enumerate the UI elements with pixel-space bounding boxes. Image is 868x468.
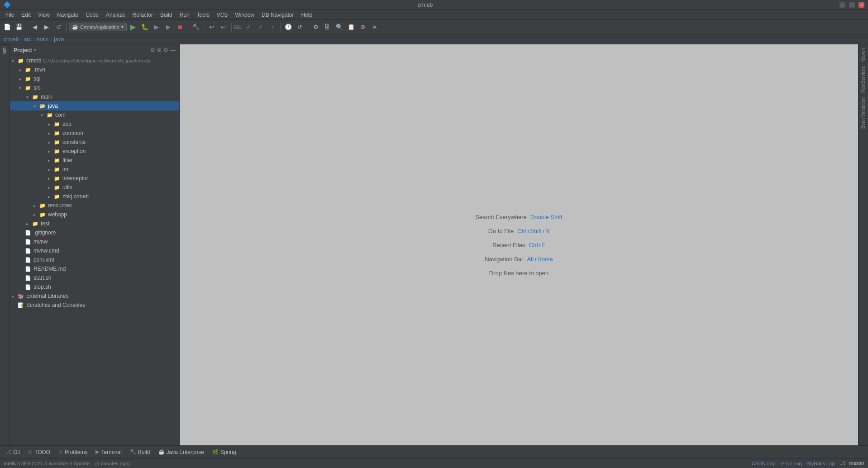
tree-item-interceptor[interactable]: ▸ 📁 interceptor bbox=[10, 174, 179, 183]
tree-item-pom[interactable]: 📄 pom.xml bbox=[10, 255, 179, 264]
tree-item-resources[interactable]: ▸ 📁 resources bbox=[10, 201, 179, 210]
new-file-button[interactable]: 📄 bbox=[2, 22, 13, 33]
save-button[interactable]: 💾 bbox=[14, 22, 24, 33]
accessibility-button[interactable]: ⊘ bbox=[358, 22, 368, 33]
tree-item-common[interactable]: ▸ 📁 common bbox=[10, 129, 179, 138]
spring-tool-item[interactable]: 🌿 Spring bbox=[209, 447, 240, 458]
tree-item-src[interactable]: ▾ 📁 src bbox=[10, 83, 179, 92]
build-tool-item[interactable]: 🔨 Build bbox=[126, 447, 154, 458]
tree-item-constants[interactable]: ▸ 📁 constants bbox=[10, 138, 179, 147]
tree-item-crmeb[interactable]: ▾ 📁 crmeb C:\Users\mzc\Desktop\crmeb\crm… bbox=[10, 56, 179, 65]
search-button[interactable]: 🔍 bbox=[334, 22, 345, 33]
tree-item-aop[interactable]: ▸ 📁 aop bbox=[10, 119, 179, 129]
hint-recent-key: Ctrl+E bbox=[529, 242, 545, 248]
project-settings-icon[interactable]: ⚙ bbox=[163, 47, 168, 53]
tree-item-java[interactable]: ▾ 📂 java bbox=[10, 101, 179, 110]
tree-item-start-sh[interactable]: 📄 start.sh bbox=[10, 273, 179, 282]
csdn-log-link[interactable]: CSDN-Log bbox=[752, 461, 776, 466]
undo-button[interactable]: ↩ bbox=[206, 22, 217, 33]
menu-item-tools[interactable]: Tools bbox=[193, 11, 213, 19]
tree-item-webapp[interactable]: ▸ 📁 webapp bbox=[10, 210, 179, 219]
mybatis-log-link[interactable]: MyBatis Log bbox=[807, 461, 835, 466]
history-button[interactable]: 🕐 bbox=[283, 22, 294, 33]
tree-item-com[interactable]: ▾ 📁 com bbox=[10, 110, 179, 119]
db-button[interactable]: 🗄 bbox=[322, 22, 333, 33]
tasks-button[interactable]: 📋 bbox=[346, 22, 357, 33]
breadcrumb-java[interactable]: java bbox=[54, 36, 64, 43]
run-config-selector[interactable]: ☕ CrmebApplication ▾ bbox=[69, 23, 127, 31]
minimize-button[interactable]: ─ bbox=[839, 2, 845, 8]
label-scratches: Scratches and Consoles bbox=[26, 302, 85, 308]
menu-item-vcs[interactable]: VCS bbox=[213, 11, 232, 19]
arrow-main: ▾ bbox=[26, 95, 32, 100]
menu-item-build[interactable]: Build bbox=[157, 11, 176, 19]
problems-tool-item[interactable]: ⚠ Problems bbox=[55, 447, 91, 458]
menu-item-analyze[interactable]: Analyze bbox=[102, 11, 129, 19]
tree-item-utils[interactable]: ▸ 📁 utils bbox=[10, 183, 179, 192]
close-button[interactable]: ✕ bbox=[858, 2, 864, 8]
menu-item-view[interactable]: View bbox=[34, 11, 53, 19]
menu-item-db navigator[interactable]: DB Navigator bbox=[258, 11, 297, 19]
error-log-link[interactable]: Error Log bbox=[781, 461, 802, 466]
problems-tool-icon: ⚠ bbox=[58, 449, 63, 455]
breadcrumb-src[interactable]: src bbox=[24, 36, 31, 43]
forward-button[interactable]: ▶ bbox=[41, 22, 52, 33]
settings-button[interactable]: ⚙ bbox=[310, 22, 321, 33]
project-collapse-icon[interactable]: — bbox=[170, 47, 176, 53]
icon-aop: 📁 bbox=[53, 120, 61, 128]
revert-button[interactable]: ↺ bbox=[295, 22, 305, 33]
menu-item-window[interactable]: Window bbox=[231, 11, 258, 19]
tree-item-external-libs[interactable]: ▸ 📚 External Libraries bbox=[10, 291, 179, 301]
menu-item-run[interactable]: Run bbox=[176, 11, 193, 19]
refresh-button[interactable]: ↺ bbox=[53, 22, 64, 33]
debug-button[interactable]: 🐛 bbox=[139, 22, 150, 33]
git-update-button[interactable]: ✓ bbox=[243, 22, 254, 33]
project-gear-icon[interactable]: ⚙ bbox=[150, 47, 155, 53]
tree-item-main[interactable]: ▾ 📁 main bbox=[10, 92, 179, 101]
menu-item-refactor[interactable]: Refactor bbox=[129, 11, 157, 19]
bean-validation-panel-tab[interactable]: Bean Validation bbox=[861, 96, 866, 130]
coverage-button[interactable]: ▶ bbox=[151, 22, 162, 33]
translate-button[interactable]: A bbox=[369, 22, 380, 33]
breadcrumb-crmeb[interactable]: crmeb bbox=[4, 36, 19, 43]
project-layout-icon[interactable]: ⊞ bbox=[157, 47, 162, 53]
menu-item-edit[interactable]: Edit bbox=[18, 11, 34, 19]
todo-tool-item[interactable]: ☑ TODO bbox=[24, 447, 53, 458]
tree-item-stop-sh[interactable]: 📄 stop.sh bbox=[10, 282, 179, 291]
menu-item-file[interactable]: File bbox=[2, 11, 18, 19]
menu-item-code[interactable]: Code bbox=[82, 11, 102, 19]
tree-item-zbkj[interactable]: ▸ 📁 zbkj.crmeb bbox=[10, 192, 179, 201]
profile-button[interactable]: ▶ bbox=[163, 22, 174, 33]
tree-item-scratches[interactable]: 📝 Scratches and Consoles bbox=[10, 301, 179, 310]
restore-button[interactable]: □ bbox=[849, 2, 855, 8]
status-left: IntelliJ IDEA 2021.3 available // Update… bbox=[4, 461, 130, 466]
tree-item-sql[interactable]: ▸ 📁 sql bbox=[10, 74, 179, 83]
breadcrumb-main[interactable]: main bbox=[37, 36, 48, 43]
java-enterprise-tool-item[interactable]: ☕ Java Enterprise bbox=[155, 447, 208, 458]
terminal-tool-item[interactable]: ▶ Terminal bbox=[92, 447, 125, 458]
label-external-libs: External Libraries bbox=[26, 293, 68, 299]
tree-item-readme[interactable]: 📄 README.md bbox=[10, 264, 179, 273]
tree-item-mvnw-cmd[interactable]: 📄 mvnw.cmd bbox=[10, 246, 179, 255]
git-branch-indicator[interactable]: ⎇ master bbox=[840, 460, 864, 466]
tree-item-test[interactable]: ▸ 📁 test bbox=[10, 219, 179, 228]
build-project-button[interactable]: 🔨 bbox=[191, 22, 201, 33]
stop-button[interactable]: ■ bbox=[175, 22, 186, 33]
git-commit-button[interactable]: ✓ bbox=[255, 22, 266, 33]
run-button[interactable]: ▶ bbox=[128, 22, 138, 33]
tree-item-mvn[interactable]: ▸ 📁 .mvn bbox=[10, 65, 179, 74]
tree-item-filter[interactable]: ▸ 📁 filter bbox=[10, 156, 179, 165]
menu-item-help[interactable]: Help bbox=[297, 11, 316, 19]
rest-services-panel-tab[interactable]: RestServices bbox=[861, 64, 866, 95]
back-button[interactable]: ◀ bbox=[29, 22, 40, 33]
project-header-dropdown[interactable]: ▾ bbox=[34, 48, 36, 53]
menu-item-navigate[interactable]: Navigate bbox=[53, 11, 82, 19]
redo-button[interactable]: ↩ bbox=[218, 22, 229, 33]
maven-panel-tab[interactable]: Maven bbox=[861, 46, 866, 63]
tree-item-exception[interactable]: ▸ 📁 exception bbox=[10, 147, 179, 156]
git-push-button[interactable]: ↑ bbox=[267, 22, 278, 33]
tree-item-im[interactable]: ▸ 📁 im bbox=[10, 165, 179, 174]
tree-item-mvnw[interactable]: 📄 mvnw bbox=[10, 237, 179, 246]
tree-item-gitignore[interactable]: 📄 .gitignore bbox=[10, 228, 179, 237]
git-tool-item[interactable]: ⎇ Git bbox=[2, 447, 24, 458]
